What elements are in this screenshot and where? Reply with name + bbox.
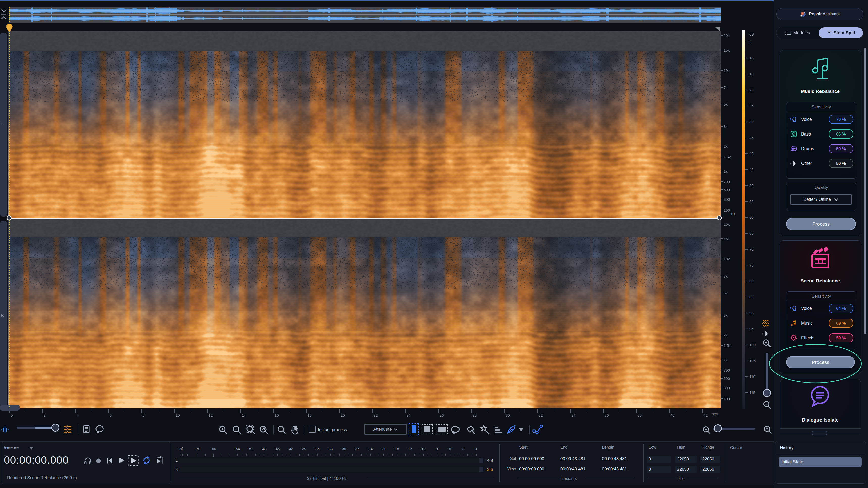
- sensitivity-value-badge[interactable]: 64 %: [829, 304, 853, 313]
- chevron-down-icon: [834, 198, 838, 201]
- adjust-bars-icon[interactable]: [493, 425, 503, 435]
- lasso-selection-icon[interactable]: [450, 425, 461, 436]
- selection-handle-right[interactable]: [717, 216, 722, 221]
- skip-to-start-icon[interactable]: [105, 456, 114, 465]
- play-icon[interactable]: [117, 456, 126, 465]
- instant-process-checkbox[interactable]: [309, 426, 316, 433]
- play-selection-icon[interactable]: [127, 455, 139, 466]
- selection-value[interactable]: 00:00:43.481: [602, 456, 627, 461]
- sidebar-resize-handle[interactable]: [812, 431, 827, 435]
- freq-label: 300: [723, 197, 730, 202]
- sensitivity-value-badge[interactable]: 50 %: [829, 144, 853, 153]
- overview-collapse-icon[interactable]: [0, 7, 7, 21]
- balance-slider-knob[interactable]: [51, 424, 59, 432]
- meter-scale-label: -36: [312, 447, 322, 451]
- meter-value-r: -3.6: [486, 467, 493, 472]
- db-tick: [745, 233, 747, 234]
- spectrogram-view-icon[interactable]: [63, 425, 73, 435]
- time-tick: [455, 409, 455, 411]
- loop-playback-icon[interactable]: [142, 455, 152, 465]
- corner-fold-icon[interactable]: [715, 27, 721, 32]
- meter-scale-label: -48: [259, 447, 269, 451]
- brush-tool-icon[interactable]: [466, 424, 477, 435]
- selection-split-line[interactable]: [8, 218, 721, 219]
- selection-handle-left[interactable]: [6, 216, 11, 221]
- music-quality-dropdown[interactable]: Better / Offline: [790, 194, 852, 205]
- tab-modules[interactable]: Modules: [776, 27, 819, 39]
- vzoom-out-icon[interactable]: [763, 400, 772, 410]
- freq-label: 100: [723, 208, 730, 212]
- selection-value[interactable]: 00:00:00.000: [519, 456, 544, 461]
- time-tick: [92, 409, 92, 411]
- sensitivity-value-badge[interactable]: 70 %: [829, 115, 853, 124]
- meter-footer-line-right: [368, 479, 493, 479]
- sidebar-scrollbar[interactable]: [864, 48, 867, 334]
- waveform-meter-icon[interactable]: [0, 425, 10, 434]
- time-format-dropdown-icon[interactable]: [29, 447, 34, 450]
- repair-assistant-button[interactable]: Repair Assistant: [776, 8, 864, 20]
- db-label: 20: [749, 88, 753, 92]
- sensitivity-value-badge[interactable]: 50 %: [829, 333, 853, 342]
- db-tick: [745, 376, 747, 377]
- playhead-time-display[interactable]: 00:00:00.000: [4, 454, 69, 466]
- freq-tick: [721, 292, 723, 293]
- magnify-icon[interactable]: [277, 425, 287, 435]
- freq-tick: [721, 104, 723, 105]
- spectrogram-view[interactable]: [8, 31, 721, 408]
- spectrogram-mini-icon[interactable]: [762, 319, 770, 328]
- meter-scale-label: -15: [405, 447, 415, 451]
- meter-tick: [321, 454, 322, 456]
- frequency-selection-tool[interactable]: [435, 424, 447, 434]
- record-icon[interactable]: [95, 457, 102, 464]
- comments-icon[interactable]: [94, 424, 104, 434]
- zoom-fit-icon[interactable]: [259, 425, 269, 435]
- time-selection-tool[interactable]: [409, 423, 419, 435]
- freq-tick: [721, 156, 723, 157]
- selection-value[interactable]: 00:00:43.481: [602, 466, 627, 471]
- sensitivity-value-badge[interactable]: 69 %: [829, 319, 853, 328]
- freq-label: 10k: [723, 257, 730, 261]
- meter-scale-label: -3: [458, 447, 468, 451]
- magic-wand-icon[interactable]: [479, 424, 491, 435]
- toolbar-divider: [78, 424, 78, 434]
- freq-tick: [721, 210, 723, 210]
- waveform-mini-icon[interactable]: [762, 330, 770, 338]
- waveform-overview[interactable]: [9, 6, 721, 23]
- fade-dropdown-icon[interactable]: [518, 427, 524, 433]
- meter-scale-label: -27: [352, 447, 362, 451]
- feather-fade-icon[interactable]: [506, 424, 517, 435]
- zoom-out-icon[interactable]: [232, 425, 242, 435]
- tab-stem-split[interactable]: Stem Split: [819, 27, 863, 38]
- sensitivity-label: Effects: [801, 335, 829, 341]
- hzoom-in-icon[interactable]: [763, 425, 773, 435]
- zoom-selection-icon[interactable]: [245, 424, 256, 435]
- hand-tool-icon[interactable]: [289, 425, 300, 435]
- time-frequency-selection-tool[interactable]: [422, 424, 433, 434]
- history-item[interactable]: Initial State: [779, 457, 862, 467]
- meter-tick: [344, 454, 344, 456]
- hzoom-out-icon[interactable]: [702, 425, 711, 435]
- sensitivity-value-badge[interactable]: 50 %: [829, 159, 853, 168]
- freq-tick: [721, 224, 723, 224]
- meter-tick: [397, 454, 397, 456]
- selection-value[interactable]: 00:00:43.481: [560, 466, 585, 471]
- play-to-end-icon[interactable]: [155, 456, 165, 465]
- session-notes-icon[interactable]: [82, 424, 91, 434]
- process-mode-dropdown[interactable]: Attenuate: [364, 424, 407, 435]
- freq-tick: [721, 345, 723, 346]
- selection-value[interactable]: 00:00:43.481: [560, 456, 585, 461]
- sensitivity-value-badge[interactable]: 66 %: [829, 130, 853, 139]
- freq-label: 100: [723, 397, 730, 401]
- meter-tick: [366, 454, 366, 456]
- db-tick: [745, 393, 747, 393]
- music-process-button[interactable]: Process: [786, 218, 856, 230]
- selection-value[interactable]: 00:00:00.000: [519, 466, 544, 471]
- time-format-label[interactable]: h:m:s.ms: [4, 446, 19, 450]
- envelope-tool-icon[interactable]: [532, 424, 544, 435]
- meter-scale-label: -60: [209, 447, 218, 451]
- vertical-zoom-knob[interactable]: [763, 389, 771, 397]
- freq-label: 20k: [723, 222, 730, 226]
- zoom-in-icon[interactable]: [218, 425, 228, 435]
- monitor-headphones-icon[interactable]: [83, 456, 92, 465]
- horizontal-zoom-knob[interactable]: [714, 424, 722, 432]
